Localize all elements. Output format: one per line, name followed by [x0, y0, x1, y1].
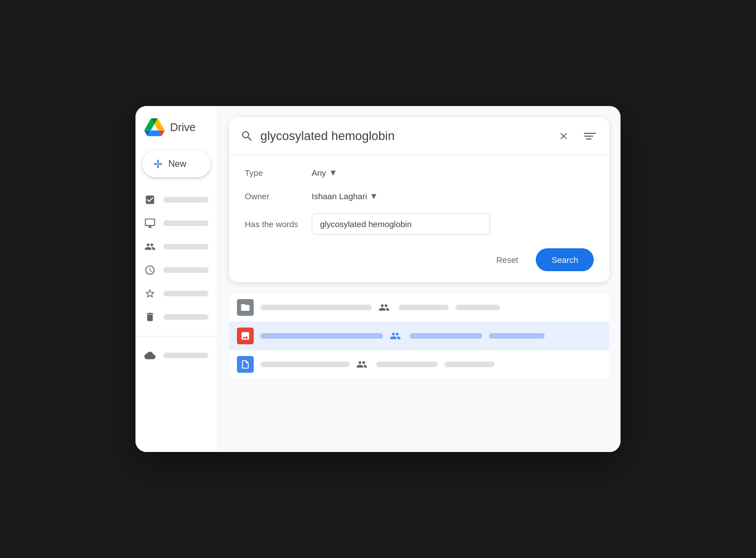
- sidebar-item-shared[interactable]: [135, 235, 217, 258]
- nav-label-bar: [163, 291, 209, 296]
- file-date-placeholder: [410, 333, 482, 339]
- search-icon: [240, 129, 254, 143]
- sidebar-item-storage[interactable]: [135, 344, 217, 367]
- file-date-placeholder: [399, 305, 449, 310]
- nav-label-bar: [163, 267, 209, 273]
- clock-icon: [144, 264, 156, 276]
- doc-file-icon: [237, 356, 254, 373]
- shared-users-icon: [390, 329, 403, 343]
- advanced-filters: Type Any ▾ Owner Ishaan Laghari ▾ Has th…: [229, 155, 609, 282]
- file-size-placeholder: [444, 362, 495, 367]
- sidebar: Drive ✛ New: [135, 106, 218, 452]
- sidebar-divider: [135, 336, 217, 336]
- search-panel: Type Any ▾ Owner Ishaan Laghari ▾ Has th…: [229, 117, 609, 282]
- search-bar: [229, 117, 609, 155]
- search-input[interactable]: [260, 129, 548, 143]
- sidebar-item-starred[interactable]: [135, 282, 217, 305]
- type-filter-row: Type Any ▾: [245, 166, 594, 179]
- owner-value: Ishaan Laghari: [312, 191, 367, 201]
- file-date-placeholder: [376, 362, 438, 367]
- sidebar-item-my-drive[interactable]: [135, 189, 217, 211]
- nav-label-bar: [163, 197, 209, 203]
- filter-icon: [583, 133, 595, 140]
- nav-label-bar: [163, 353, 209, 358]
- app-window: Drive ✛ New: [135, 106, 621, 452]
- monitor-icon: [144, 218, 156, 229]
- search-filter-button[interactable]: [579, 129, 598, 143]
- nav-label-bar: [163, 314, 209, 320]
- new-button-label: New: [168, 159, 186, 169]
- filter-actions: Reset Search: [245, 246, 594, 271]
- app-title: Drive: [170, 121, 196, 134]
- has-words-filter-row: Has the words: [245, 213, 594, 235]
- file-row[interactable]: [229, 294, 609, 322]
- shared-users-icon: [379, 301, 392, 314]
- has-words-label: Has the words: [245, 219, 312, 229]
- sidebar-item-computers[interactable]: [135, 212, 217, 234]
- has-words-input[interactable]: [312, 213, 490, 235]
- file-row[interactable]: [229, 322, 609, 350]
- type-dropdown-arrow-icon: ▾: [331, 166, 336, 179]
- sidebar-header: Drive: [135, 117, 217, 151]
- owner-label: Owner: [245, 191, 312, 201]
- trash-icon: [144, 311, 156, 323]
- sidebar-item-recent[interactable]: [135, 259, 217, 281]
- nav-label-bar: [163, 244, 209, 249]
- shared-users-icon: [356, 358, 370, 371]
- drive-logo-icon: [144, 117, 164, 137]
- new-button[interactable]: ✛ New: [142, 151, 211, 177]
- search-clear-button[interactable]: [555, 127, 573, 145]
- reset-button[interactable]: Reset: [487, 249, 527, 270]
- sidebar-nav: [135, 189, 217, 367]
- file-name-placeholder: [260, 333, 383, 339]
- type-dropdown[interactable]: Any ▾: [312, 166, 336, 179]
- file-name-placeholder: [260, 362, 350, 367]
- cloud-icon: [144, 350, 156, 361]
- main-content: Type Any ▾ Owner Ishaan Laghari ▾ Has th…: [218, 106, 621, 452]
- file-name-placeholder: [260, 305, 372, 310]
- owner-dropdown-arrow-icon: ▾: [371, 190, 376, 202]
- checkbox-icon: [144, 194, 156, 205]
- image-file-icon: [237, 328, 254, 344]
- file-row[interactable]: [229, 350, 609, 378]
- shared-icon: [144, 241, 156, 252]
- file-size-placeholder: [489, 333, 545, 339]
- owner-filter-row: Owner Ishaan Laghari ▾: [245, 190, 594, 202]
- plus-icon: ✛: [153, 158, 163, 170]
- star-icon: [144, 288, 156, 299]
- folder-icon: [237, 299, 254, 316]
- file-list: [229, 294, 609, 378]
- type-label: Type: [245, 168, 312, 177]
- sidebar-item-trash[interactable]: [135, 306, 217, 328]
- search-button[interactable]: Search: [536, 248, 594, 271]
- nav-label-bar: [163, 220, 209, 226]
- type-value: Any: [312, 168, 326, 177]
- file-size-placeholder: [455, 305, 500, 310]
- owner-dropdown[interactable]: Ishaan Laghari ▾: [312, 190, 376, 202]
